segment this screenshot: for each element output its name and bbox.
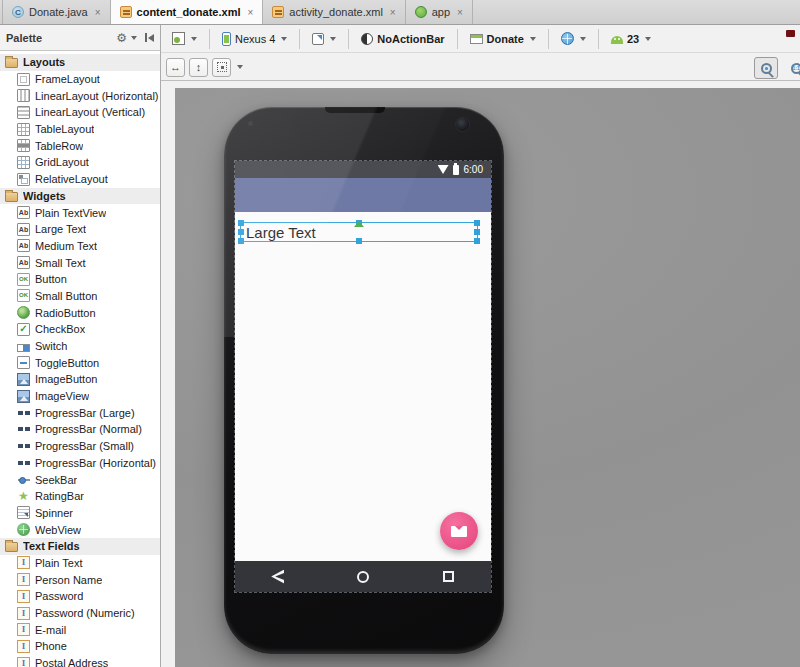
home-button-icon[interactable] (357, 571, 369, 583)
floating-action-button[interactable] (440, 512, 478, 550)
close-icon[interactable]: × (95, 7, 101, 18)
palette-item-tablerow[interactable]: TableRow (0, 137, 160, 154)
theme-selector[interactable]: NoActionBar (358, 31, 447, 47)
linearlayout-horizontal-icon (17, 89, 30, 102)
chevron-down-icon (530, 37, 536, 41)
expand-horizontal-button[interactable]: ↔ (166, 58, 185, 77)
resize-handle[interactable] (238, 238, 244, 244)
status-bar: 6:00 (235, 161, 491, 178)
layout-content-area[interactable]: Large Text (235, 212, 491, 561)
progressbar-icon (17, 456, 30, 469)
palette-section-text-fields[interactable]: Text Fields (0, 538, 160, 555)
palette-item-postal-address[interactable]: Postal Address (0, 655, 160, 667)
progressbar-icon (17, 423, 30, 436)
gear-icon[interactable]: ⚙ (116, 32, 127, 44)
tab-donate-java[interactable]: Donate.java × (2, 0, 111, 24)
palette-item-linearlayout-vertical[interactable]: LinearLayout (Vertical) (0, 104, 160, 121)
palette-item-large-text[interactable]: Large Text (0, 221, 160, 238)
palette-item-phone[interactable]: Phone (0, 638, 160, 655)
palette-item-imageview[interactable]: ImageView (0, 388, 160, 405)
palette-item-progressbar-normal[interactable]: ProgressBar (Normal) (0, 421, 160, 438)
close-icon[interactable]: × (390, 7, 396, 18)
palette-item-small-text[interactable]: Small Text (0, 254, 160, 271)
palette-item-spinner[interactable]: Spinner (0, 505, 160, 522)
resize-handle[interactable] (474, 238, 480, 244)
palette-item-label: Password (35, 590, 83, 602)
tab-label: content_donate.xml (137, 6, 241, 18)
progressbar-icon (17, 406, 30, 419)
palette-item-checkbox[interactable]: CheckBox (0, 321, 160, 338)
palette-item-person-name[interactable]: Person Name (0, 571, 160, 588)
palette-item-progressbar-horizontal[interactable]: ProgressBar (Horizontal) (0, 455, 160, 472)
resize-handle[interactable] (356, 238, 362, 244)
zoom-actual-size-button[interactable]: 1:1 (784, 57, 800, 79)
palette-item-gridlayout[interactable]: GridLayout (0, 154, 160, 171)
palette-section-layouts[interactable]: Layouts (0, 54, 160, 71)
configuration-selector[interactable] (169, 30, 200, 47)
collapse-panel-icon[interactable] (145, 33, 154, 42)
palette-item-seekbar[interactable]: SeekBar (0, 471, 160, 488)
magnifier-1to1-icon: 1:1 (791, 63, 800, 74)
device-icon (222, 32, 231, 46)
expand-vertical-button[interactable]: ↕ (189, 58, 208, 77)
palette-item-small-button[interactable]: Small Button (0, 288, 160, 305)
toolbar-separator (209, 29, 210, 49)
palette-item-webview[interactable]: WebView (0, 521, 160, 538)
api-version-selector[interactable]: 23 (608, 31, 654, 47)
earpiece-speaker (325, 107, 385, 113)
palette-item-imagebutton[interactable]: ImageButton (0, 371, 160, 388)
palette-item-label: LinearLayout (Vertical) (35, 106, 145, 118)
device-selector[interactable]: Nexus 4 (219, 30, 290, 48)
palette-item-radiobutton[interactable]: RadioButton (0, 304, 160, 321)
close-icon[interactable]: × (457, 7, 463, 18)
chevron-down-icon[interactable] (131, 36, 137, 40)
chevron-down-icon[interactable] (237, 65, 243, 69)
tablelayout-icon (17, 123, 30, 136)
palette-item-label: Password (Numeric) (35, 607, 135, 619)
resize-handle[interactable] (238, 220, 244, 226)
zoom-out-button[interactable] (754, 57, 778, 79)
tab-label: app (432, 6, 450, 18)
tab-activity-donate-xml[interactable]: activity_donate.xml × (263, 0, 405, 24)
back-button-icon[interactable] (271, 570, 284, 584)
close-icon[interactable]: × (247, 7, 253, 18)
orientation-selector[interactable] (309, 31, 339, 47)
app-bar[interactable] (235, 178, 491, 212)
palette-item-plain-textview[interactable]: Plain TextView (0, 204, 160, 221)
resize-handle[interactable] (474, 220, 480, 226)
folder-icon (5, 542, 18, 552)
palette-item-ratingbar[interactable]: ★RatingBar (0, 488, 160, 505)
tab-app[interactable]: app × (406, 0, 473, 24)
palette-item-togglebutton[interactable]: ToggleButton (0, 354, 160, 371)
design-surface[interactable]: 6:00 Large Text (175, 88, 800, 667)
textfield-icon (17, 607, 30, 620)
locale-selector[interactable] (558, 30, 589, 47)
palette-item-plain-text[interactable]: Plain Text (0, 555, 160, 572)
recents-button-icon[interactable] (443, 571, 454, 582)
palette-item-button[interactable]: Button (0, 271, 160, 288)
palette-item-password[interactable]: Password (0, 588, 160, 605)
palette-item-tablelayout[interactable]: TableLayout (0, 121, 160, 138)
palette-section-widgets[interactable]: Widgets (0, 188, 160, 205)
design-canvas[interactable]: 6:00 Large Text (161, 81, 800, 667)
palette-item-medium-text[interactable]: Medium Text (0, 238, 160, 255)
palette-item-framelayout[interactable]: FrameLayout (0, 71, 160, 88)
resize-handle[interactable] (474, 229, 480, 235)
zoom-to-fit-button[interactable] (212, 58, 231, 77)
palette-item-switch[interactable]: Switch (0, 338, 160, 355)
resize-handle[interactable] (238, 229, 244, 235)
palette-item-label: Spinner (35, 507, 73, 519)
palette-item-relativelayout[interactable]: RelativeLayout (0, 171, 160, 188)
toolbar-separator (348, 29, 349, 49)
palette-item-progressbar-large[interactable]: ProgressBar (Large) (0, 404, 160, 421)
device-screen[interactable]: 6:00 Large Text (235, 161, 491, 592)
selected-textview[interactable]: Large Text (240, 222, 478, 242)
activity-selector[interactable]: Donate (467, 31, 539, 47)
palette-item-email[interactable]: E-mail (0, 621, 160, 638)
tab-content-donate-xml[interactable]: content_donate.xml × (111, 0, 264, 24)
palette-item-linearlayout-horizontal[interactable]: LinearLayout (Horizontal) (0, 87, 160, 104)
palette-item-progressbar-small[interactable]: ProgressBar (Small) (0, 438, 160, 455)
button-icon (17, 273, 30, 286)
palette-item-password-numeric[interactable]: Password (Numeric) (0, 605, 160, 622)
palette-item-label: ImageButton (35, 373, 97, 385)
